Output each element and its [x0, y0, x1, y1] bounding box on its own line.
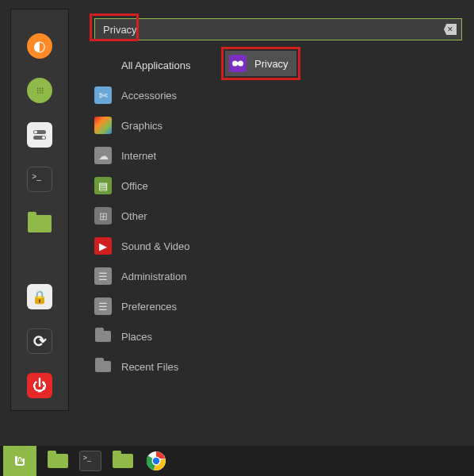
favorites-sidebar: ◐ ⁝⁝⁝ >_ 🔒 ⟳ ⏻ [10, 9, 69, 411]
graphics-icon [94, 117, 112, 134]
mint-logo-icon [7, 448, 32, 474]
menu-main-panel: ✕ All Applications ✄ Accessories Graphic… [69, 9, 465, 411]
category-accessories[interactable]: ✄ Accessories [94, 80, 221, 110]
application-menu: ◐ ⁝⁝⁝ >_ 🔒 ⟳ ⏻ ✕ [10, 9, 465, 411]
firefox-icon: ◐ [33, 37, 46, 55]
restart-icon: ⟳ [33, 332, 47, 351]
category-administration[interactable]: ☰ Administration [94, 261, 221, 291]
category-label: Accessories [121, 90, 177, 102]
scissors-icon: ✄ [94, 86, 112, 104]
favorite-power[interactable]: ⏻ [27, 373, 52, 398]
office-icon: ▤ [94, 177, 112, 194]
folder-icon [48, 454, 68, 468]
category-label: Internet [121, 150, 156, 162]
category-label: Places [121, 331, 152, 343]
result-label: Privacy [254, 58, 289, 70]
favorite-files[interactable] [27, 211, 52, 236]
chrome-icon [146, 451, 166, 471]
cloud-icon: ☁ [94, 147, 112, 164]
search-input[interactable] [100, 24, 444, 36]
admin-icon: ☰ [94, 267, 112, 285]
lock-icon: 🔒 [32, 290, 48, 305]
taskbar-files-2[interactable] [111, 450, 135, 472]
category-label: Sound & Video [121, 240, 190, 252]
taskbar-files[interactable] [46, 450, 70, 472]
favorite-restart[interactable]: ⟳ [27, 328, 52, 354]
category-preferences[interactable]: ☰ Preferences [94, 291, 221, 321]
category-recent-files[interactable]: Recent Files [94, 351, 221, 382]
favorite-lock[interactable]: 🔒 [27, 284, 52, 309]
folder-icon [94, 358, 112, 375]
category-label: Other [121, 210, 147, 222]
category-internet[interactable]: ☁ Internet [94, 140, 221, 171]
category-label: All Applications [121, 60, 190, 71]
category-office[interactable]: ▤ Office [94, 171, 221, 201]
category-label: Recent Files [121, 361, 178, 373]
category-label: Preferences [121, 301, 177, 313]
folder-icon [113, 454, 133, 468]
prefs-icon: ☰ [94, 298, 112, 315]
taskbar-chrome[interactable] [144, 450, 168, 472]
category-label: Administration [121, 271, 186, 282]
category-other[interactable]: ⊞ Other [94, 201, 221, 231]
search-results: Privacy [221, 40, 300, 382]
folder-icon [94, 328, 112, 345]
category-all-applications[interactable]: All Applications [94, 50, 221, 80]
clear-search-button[interactable]: ✕ [444, 24, 457, 35]
favorite-terminal[interactable]: >_ [27, 167, 52, 192]
category-list: All Applications ✄ Accessories Graphics … [94, 40, 221, 382]
taskbar-menu-button[interactable] [3, 446, 36, 476]
terminal-icon: >_ [83, 454, 91, 462]
svg-rect-6 [236, 63, 239, 65]
favorite-firefox[interactable]: ◐ [27, 33, 52, 59]
favorite-settings[interactable] [27, 122, 52, 148]
taskbar: >_ [0, 446, 474, 476]
apps-grid-icon: ⁝⁝⁝ [36, 86, 44, 96]
backspace-icon: ✕ [447, 26, 453, 33]
grid-icon: ⊞ [94, 207, 112, 225]
category-label: Graphics [121, 120, 162, 132]
category-places[interactable]: Places [94, 321, 221, 351]
favorite-apps[interactable]: ⁝⁝⁝ [27, 78, 52, 103]
category-graphics[interactable]: Graphics [94, 110, 221, 140]
svg-point-9 [153, 458, 159, 464]
folder-icon [28, 215, 52, 232]
terminal-icon: >_ [32, 172, 40, 181]
svg-point-1 [34, 131, 37, 134]
svg-point-3 [42, 136, 45, 140]
category-sound-video[interactable]: ▶ Sound & Video [94, 231, 221, 261]
privacy-mask-icon [229, 55, 247, 72]
result-privacy[interactable]: Privacy [225, 51, 296, 76]
taskbar-terminal[interactable]: >_ [79, 451, 101, 471]
result-highlight-annotation: Privacy [221, 47, 300, 80]
play-icon: ▶ [94, 237, 112, 255]
category-label: Office [121, 180, 148, 192]
power-icon: ⏻ [32, 378, 47, 394]
search-field[interactable]: ✕ [94, 18, 462, 40]
toggles-icon [32, 129, 47, 140]
